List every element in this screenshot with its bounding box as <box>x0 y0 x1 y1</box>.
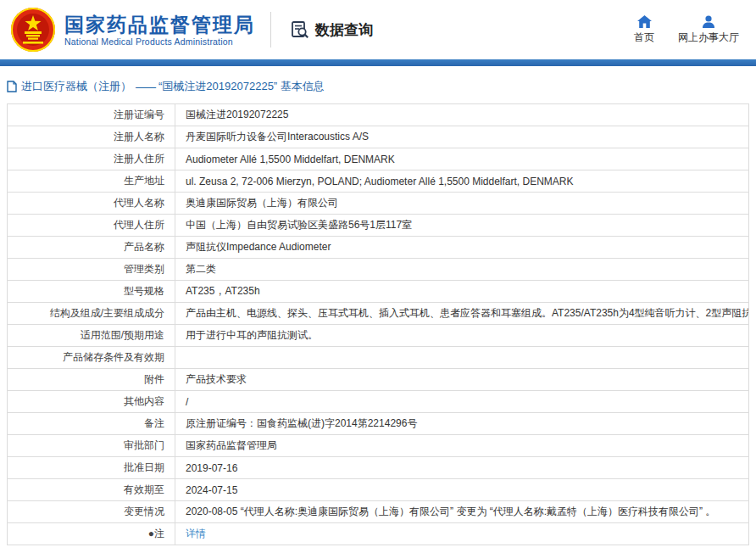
data-query-icon <box>290 20 310 40</box>
row-value: 原注册证编号：国食药监械(进)字2014第2214296号 <box>175 413 749 435</box>
row-label: 代理人名称 <box>8 193 175 215</box>
user-icon <box>702 15 715 28</box>
table-row: 产品储存条件及有效期 <box>8 347 749 369</box>
table-row: 注册证编号 国械注进20192072225 <box>8 104 749 126</box>
row-label: 其他内容 <box>8 391 175 413</box>
breadcrumb-page-title: “国械注进20192072225” 基本信息 <box>158 79 325 94</box>
header-divider <box>270 12 271 47</box>
row-value: 第二类 <box>175 259 749 281</box>
site-title: 国家药品监督管理局 <box>64 13 255 37</box>
row-value: 详情 <box>175 523 749 545</box>
row-value: / <box>175 391 749 413</box>
table-row: 注册人名称 丹麦国际听力设备公司Interacoustics A/S <box>8 126 749 148</box>
info-table-body: 注册证编号 国械注进20192072225 注册人名称 丹麦国际听力设备公司In… <box>8 104 749 545</box>
row-label: 注册人住所 <box>8 148 175 170</box>
row-label: 管理类别 <box>8 259 175 281</box>
nav-service-hall-label: 网上办事大厅 <box>678 31 739 45</box>
row-value: 奥迪康国际贸易（上海）有限公司 <box>175 193 749 215</box>
table-row: 管理类别 第二类 <box>8 259 749 281</box>
site-header: 国家药品监督管理局 National Medical Products Admi… <box>0 0 756 59</box>
row-value: 用于进行中耳的声阻抗测试。 <box>175 325 749 347</box>
nav-home-label: 首页 <box>634 31 654 45</box>
row-label: 产品名称 <box>8 237 175 259</box>
national-emblem-icon <box>10 7 56 53</box>
row-value: 2020-08-05 “代理人名称:奥迪康国际贸易（上海）有限公司” 变更为 “… <box>175 501 749 523</box>
table-row: 注册人住所 Audiometer Allé 1,5500 Middelfart,… <box>8 148 749 170</box>
row-value: 中国（上海）自由贸易试验区美盛路56号1层117室 <box>175 215 749 237</box>
row-label: 批准日期 <box>8 457 175 479</box>
site-subtitle: National Medical Products Administration <box>64 36 255 47</box>
header-nav: 首页 网上办事大厅 <box>634 15 746 45</box>
table-row: 产品名称 声阻抗仪Impedance Audiometer <box>8 237 749 259</box>
row-label: 结构及组成/主要组成成分 <box>8 303 175 325</box>
row-value: 产品由主机、电源线、探头、压耳式耳机、插入式耳机、患者应答器和耳塞组成。AT23… <box>175 303 749 325</box>
table-row: 适用范围/预期用途 用于进行中耳的声阻抗测试。 <box>8 325 749 347</box>
site-title-block: 国家药品监督管理局 National Medical Products Admi… <box>64 13 255 47</box>
data-query-section: 数据查询 <box>290 20 373 40</box>
row-value <box>175 347 749 369</box>
row-label: 注册人名称 <box>8 126 175 148</box>
header-accent-bar <box>0 59 756 66</box>
table-row: 生产地址 ul. Zeusa 2, 72-006 Mierzyn, POLAND… <box>8 170 749 193</box>
row-label: 生产地址 <box>8 170 175 193</box>
info-table: 注册证编号 国械注进20192072225 注册人名称 丹麦国际听力设备公司In… <box>7 103 749 545</box>
row-value: 丹麦国际听力设备公司Interacoustics A/S <box>175 126 749 148</box>
row-label: 有效期至 <box>8 479 175 501</box>
row-label: 附件 <box>8 369 175 391</box>
table-row: 型号规格 AT235，AT235h <box>8 281 749 303</box>
row-value: 国械注进20192072225 <box>175 104 749 126</box>
breadcrumb-separator: —— <box>136 81 154 93</box>
row-label: 审批部门 <box>8 435 175 457</box>
row-label: ●注 <box>8 523 175 545</box>
row-label: 代理人住所 <box>8 215 175 237</box>
table-row: 结构及组成/主要组成成分 产品由主机、电源线、探头、压耳式耳机、插入式耳机、患者… <box>8 303 749 325</box>
row-value: AT235，AT235h <box>175 281 749 303</box>
row-label: 变更情况 <box>8 501 175 523</box>
breadcrumb: 进口医疗器械（注册） —— “国械注进20192072225” 基本信息 <box>7 79 749 94</box>
table-row: 代理人住所 中国（上海）自由贸易试验区美盛路56号1层117室 <box>8 215 749 237</box>
row-label: 注册证编号 <box>8 104 175 126</box>
row-value: ul. Zeusa 2, 72-006 Mierzyn, POLAND; Aud… <box>175 170 749 193</box>
row-label: 适用范围/预期用途 <box>8 325 175 347</box>
row-value: 产品技术要求 <box>175 369 749 391</box>
nmpa-emblem-logo <box>10 7 56 53</box>
table-row: ●注 详情 <box>8 523 749 545</box>
row-value: Audiometer Allé 1,5500 Middelfart, DENMA… <box>175 148 749 170</box>
data-query-label: 数据查询 <box>315 20 373 40</box>
document-icon <box>7 81 17 92</box>
table-row: 代理人名称 奥迪康国际贸易（上海）有限公司 <box>8 193 749 215</box>
table-row: 其他内容 / <box>8 391 749 413</box>
row-value: 国家药品监督管理局 <box>175 435 749 457</box>
nav-home[interactable]: 首页 <box>634 15 654 45</box>
table-row: 批准日期 2019-07-16 <box>8 457 749 479</box>
row-label: 产品储存条件及有效期 <box>8 347 175 369</box>
breadcrumb-category-link[interactable]: 进口医疗器械（注册） <box>21 79 131 94</box>
home-icon <box>637 15 652 28</box>
table-row: 变更情况 2020-08-05 “代理人名称:奥迪康国际贸易（上海）有限公司” … <box>8 501 749 523</box>
row-label: 型号规格 <box>8 281 175 303</box>
row-label: 备注 <box>8 413 175 435</box>
row-value: 2024-07-15 <box>175 479 749 501</box>
nav-service-hall[interactable]: 网上办事大厅 <box>678 15 739 45</box>
table-row: 附件 产品技术要求 <box>8 369 749 391</box>
row-value: 2019-07-16 <box>175 457 749 479</box>
table-row: 备注 原注册证编号：国食药监械(进)字2014第2214296号 <box>8 413 749 435</box>
detail-link[interactable]: 详情 <box>186 528 206 539</box>
table-row: 审批部门 国家药品监督管理局 <box>8 435 749 457</box>
table-row: 有效期至 2024-07-15 <box>8 479 749 501</box>
row-value: 声阻抗仪Impedance Audiometer <box>175 237 749 259</box>
